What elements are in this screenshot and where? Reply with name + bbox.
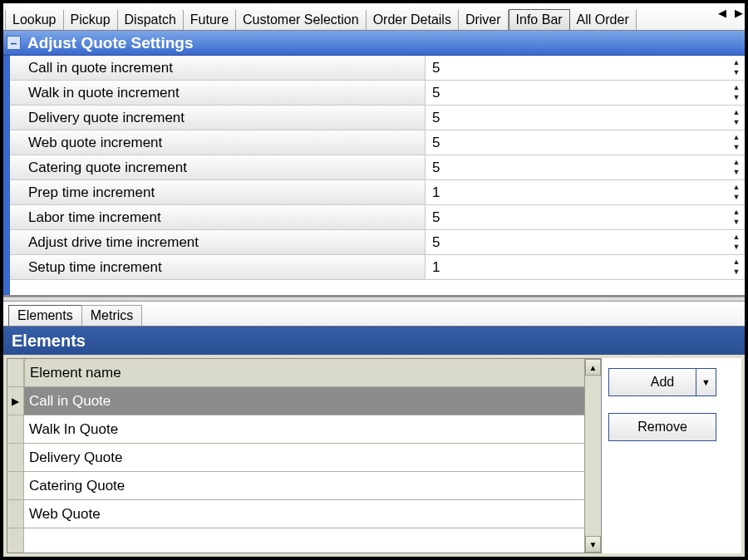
property-grid-header: – Adjust Quote Settings <box>3 31 745 56</box>
property-label: Prep time increment <box>10 180 426 204</box>
property-label: Adjust drive time increment <box>10 230 426 254</box>
spin-down-icon[interactable]: ▼ <box>731 167 742 177</box>
property-value-cell[interactable]: 1 ▲ ▼ <box>426 255 745 279</box>
property-row: Setup time increment 1 ▲ ▼ <box>10 255 745 280</box>
property-value-cell[interactable]: 5 ▲ ▼ <box>426 230 745 254</box>
elements-grid-main: Element name Call in Quote Walk In Quote… <box>24 359 584 553</box>
row-header-blank <box>7 500 23 528</box>
tab-future[interactable]: Future <box>184 10 236 30</box>
spin-down-icon[interactable]: ▼ <box>731 192 742 202</box>
app-window: Lookup Pickup Dispatch Future Customer S… <box>0 0 748 560</box>
spin-down-icon[interactable]: ▼ <box>731 217 742 227</box>
spin-down-icon[interactable]: ▼ <box>731 67 742 77</box>
add-button[interactable]: Add <box>608 368 716 396</box>
spinner: ▲ ▼ <box>731 207 742 227</box>
property-value-cell[interactable]: 5 ▲ ▼ <box>426 81 745 105</box>
elements-panel: Elements Element name Call in Quote Walk… <box>3 327 745 557</box>
spinner: ▲ ▼ <box>731 107 742 127</box>
tab-scroll-controls: ◀ ▶ <box>718 7 743 19</box>
list-item[interactable]: Call in Quote <box>24 387 584 415</box>
property-row: Labor time increment 5 ▲ ▼ <box>10 205 745 230</box>
spinner: ▲ ▼ <box>731 232 742 252</box>
spinner: ▲ ▼ <box>731 57 742 77</box>
property-row: Delivery quote increment 5 ▲ ▼ <box>10 106 745 130</box>
tab-info-bar[interactable]: Info Bar <box>509 9 570 30</box>
spin-down-icon[interactable]: ▼ <box>731 117 742 127</box>
property-label: Catering quote increment <box>10 155 426 179</box>
tab-elements[interactable]: Elements <box>8 305 82 326</box>
property-row: Catering quote increment 5 ▲ ▼ <box>10 155 745 180</box>
spin-down-icon[interactable]: ▼ <box>731 92 742 102</box>
spinner: ▲ ▼ <box>731 132 742 152</box>
property-label: Walk in quote increment <box>10 81 426 105</box>
property-label: Setup time increment <box>10 255 426 279</box>
tab-all-order[interactable]: All Order <box>570 10 637 30</box>
property-grid-body: Call in quote increment 5 ▲ ▼ Walk in qu… <box>3 56 745 295</box>
property-value: 5 <box>432 85 440 101</box>
elements-panel-body: Element name Call in Quote Walk In Quote… <box>3 355 745 557</box>
lower-tabstrip: Elements Metrics <box>3 302 745 327</box>
spin-up-icon[interactable]: ▲ <box>731 182 742 192</box>
tab-metrics[interactable]: Metrics <box>81 305 143 326</box>
spin-up-icon[interactable]: ▲ <box>731 207 742 217</box>
property-label: Labor time increment <box>10 205 426 229</box>
list-item[interactable]: Walk In Quote <box>24 415 584 444</box>
spin-up-icon[interactable]: ▲ <box>731 232 742 242</box>
remove-button-label: Remove <box>637 420 687 435</box>
property-value: 5 <box>432 160 440 176</box>
collapse-toggle-icon[interactable]: – <box>7 36 21 50</box>
tab-scroll-right-icon[interactable]: ▶ <box>735 7 743 19</box>
elements-panel-title: Elements <box>3 327 745 355</box>
spinner: ▲ ▼ <box>731 82 742 102</box>
property-value: 5 <box>432 234 440 251</box>
row-header-gutter <box>7 359 24 553</box>
tab-dispatch[interactable]: Dispatch <box>118 10 184 30</box>
property-value-cell[interactable]: 5 ▲ ▼ <box>426 56 745 80</box>
tab-pickup[interactable]: Pickup <box>64 10 118 30</box>
tab-order-details[interactable]: Order Details <box>367 10 459 30</box>
spin-down-icon[interactable]: ▼ <box>731 242 742 252</box>
list-item[interactable]: Catering Quote <box>24 472 584 500</box>
property-row: Web quote increment 5 ▲ ▼ <box>10 130 745 155</box>
property-value: 5 <box>432 110 440 126</box>
property-grid-title: Adjust Quote Settings <box>27 34 194 52</box>
spin-down-icon[interactable]: ▼ <box>731 267 742 277</box>
spinner: ▲ ▼ <box>731 182 742 202</box>
property-value-cell[interactable]: 5 ▲ ▼ <box>426 155 745 179</box>
property-row: Call in quote increment 5 ▲ ▼ <box>10 56 745 81</box>
tab-scroll-left-icon[interactable]: ◀ <box>718 7 726 19</box>
add-dropdown-icon[interactable] <box>696 369 716 395</box>
row-selector-icon[interactable] <box>7 387 23 415</box>
scroll-up-icon[interactable]: ▲ <box>585 359 601 376</box>
property-row: Adjust drive time increment 5 ▲ ▼ <box>10 230 745 255</box>
top-tabstrip: Lookup Pickup Dispatch Future Customer S… <box>3 3 745 31</box>
spin-up-icon[interactable]: ▲ <box>731 132 742 142</box>
spin-up-icon[interactable]: ▲ <box>731 157 742 167</box>
property-value-cell[interactable]: 5 ▲ ▼ <box>426 205 745 229</box>
vertical-scrollbar[interactable]: ▲ ▼ <box>584 359 601 553</box>
spin-up-icon[interactable]: ▲ <box>731 257 742 267</box>
row-header-blank <box>7 415 23 444</box>
property-value: 1 <box>432 259 440 276</box>
list-item[interactable]: Delivery Quote <box>24 444 584 472</box>
remove-button[interactable]: Remove <box>608 413 716 441</box>
spin-up-icon[interactable]: ▲ <box>731 57 742 67</box>
property-row: Prep time increment 1 ▲ ▼ <box>10 180 745 205</box>
property-value-cell[interactable]: 1 ▲ ▼ <box>426 180 745 204</box>
property-label: Call in quote increment <box>10 56 426 80</box>
scroll-down-icon[interactable]: ▼ <box>585 536 601 553</box>
spin-up-icon[interactable]: ▲ <box>731 107 742 117</box>
row-header-blank <box>7 472 23 500</box>
elements-grid: Element name Call in Quote Walk In Quote… <box>7 358 602 553</box>
spin-up-icon[interactable]: ▲ <box>731 82 742 92</box>
list-item[interactable]: Web Quote <box>24 500 584 528</box>
property-value: 5 <box>432 135 440 151</box>
tab-driver[interactable]: Driver <box>459 10 509 30</box>
tab-lookup[interactable]: Lookup <box>5 10 64 30</box>
spin-down-icon[interactable]: ▼ <box>731 142 742 152</box>
property-value-cell[interactable]: 5 ▲ ▼ <box>426 106 745 130</box>
tab-customer-selection[interactable]: Customer Selection <box>236 10 367 30</box>
property-value-cell[interactable]: 5 ▲ ▼ <box>426 130 745 155</box>
column-header-element-name[interactable]: Element name <box>24 359 584 387</box>
side-buttons: Add Remove <box>602 358 741 553</box>
